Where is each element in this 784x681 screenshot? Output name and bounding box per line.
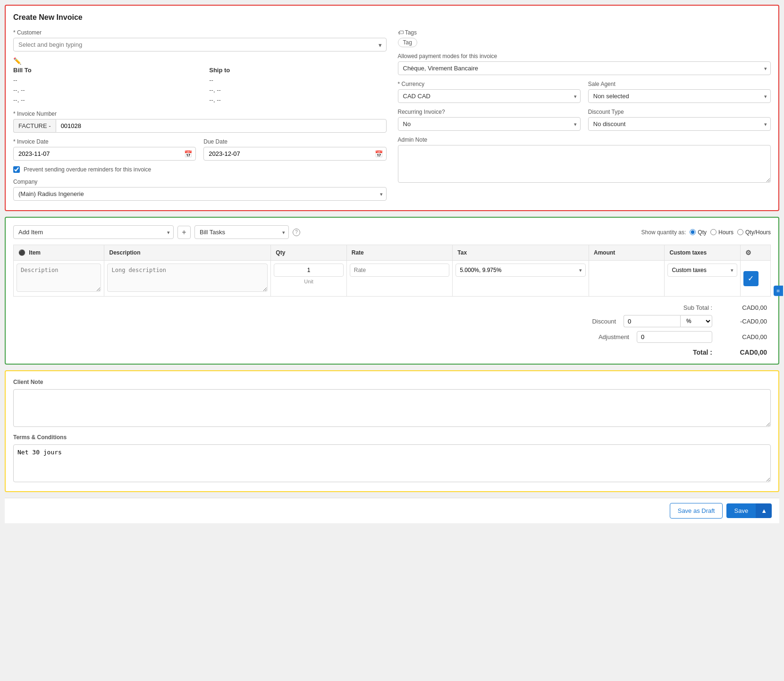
gear-icon[interactable]: ⚙ bbox=[745, 249, 751, 256]
unit-label: Unit bbox=[274, 279, 343, 284]
col-header-amount: Amount bbox=[589, 245, 665, 261]
bottom-bar: Save as Draft Save ▲ bbox=[5, 498, 779, 523]
tax-cell: 5.000%, 9.975% bbox=[453, 261, 589, 297]
company-select[interactable]: (Main) Radius Ingenerie bbox=[13, 187, 387, 201]
qty-label: Qty bbox=[698, 229, 707, 236]
adjustment-amount: CAD0,00 bbox=[720, 333, 767, 340]
row-action-cell: ✓ bbox=[740, 261, 770, 297]
invoice-date-label: * Invoice Date bbox=[13, 138, 196, 145]
recurring-invoice-label: Recurring Invoice? bbox=[398, 109, 581, 115]
admin-note-textarea[interactable] bbox=[398, 145, 771, 183]
amount-cell bbox=[589, 261, 665, 297]
discount-label: Discount bbox=[569, 318, 616, 325]
tags-label: 🏷 Tags bbox=[398, 29, 771, 36]
bill-to-label: Bill To bbox=[13, 67, 190, 74]
subtotal-value: CAD0,00 bbox=[720, 304, 767, 311]
company-label: Company bbox=[13, 179, 387, 185]
col-header-item: ⚫ Item bbox=[14, 245, 104, 261]
rate-input[interactable] bbox=[350, 264, 450, 277]
qty-input[interactable] bbox=[274, 264, 343, 277]
discount-input[interactable] bbox=[624, 315, 680, 327]
ship-to-line3: --, -- bbox=[209, 95, 386, 105]
hours-label: Hours bbox=[718, 229, 733, 236]
sale-agent-label: Sale Agent bbox=[588, 81, 771, 87]
col-header-tax: Tax bbox=[453, 245, 589, 261]
subtotal-label: Sub Total : bbox=[665, 304, 712, 311]
tag-pill[interactable]: Tag bbox=[398, 38, 417, 47]
show-qty-label: Show quantity as: bbox=[641, 229, 686, 236]
save-draft-button[interactable]: Save as Draft bbox=[670, 503, 723, 519]
hours-radio[interactable] bbox=[710, 229, 717, 235]
col-header-description: Description bbox=[104, 245, 271, 261]
item-description-input[interactable] bbox=[17, 264, 101, 292]
client-note-label: Client Note bbox=[13, 379, 771, 385]
bill-to-line2: --, -- bbox=[13, 85, 190, 95]
add-item-plus-button[interactable]: + bbox=[177, 226, 191, 239]
qty-hours-radio-option[interactable]: Qty/Hours bbox=[737, 229, 771, 236]
ship-to-line1: -- bbox=[209, 76, 386, 85]
col-header-qty: Qty bbox=[271, 245, 346, 261]
long-description-cell bbox=[104, 261, 271, 297]
edit-icon[interactable]: ✏️ bbox=[13, 57, 387, 65]
save-dropdown-button[interactable]: ▲ bbox=[756, 503, 772, 518]
payment-modes-select[interactable]: Chèque, Virement Bancaire bbox=[398, 61, 771, 75]
bill-tasks-info-icon[interactable]: ? bbox=[293, 229, 300, 236]
invoice-date-input[interactable] bbox=[13, 147, 196, 161]
adjustment-label: Adjustment bbox=[582, 333, 629, 340]
client-note-textarea[interactable] bbox=[13, 389, 771, 427]
recurring-invoice-select[interactable]: No bbox=[398, 117, 581, 131]
bill-tasks-select[interactable]: Bill Tasks bbox=[194, 225, 289, 239]
discount-type-select[interactable]: No discount bbox=[588, 117, 771, 131]
due-date-label: Due Date bbox=[203, 138, 386, 145]
ship-to-label: Ship to bbox=[209, 67, 386, 74]
total-value: CAD0,00 bbox=[720, 349, 767, 356]
discount-type-label: Discount Type bbox=[588, 109, 771, 115]
invoice-number-label: * Invoice Number bbox=[13, 111, 387, 117]
discount-pct-select[interactable]: % Fixed bbox=[680, 315, 712, 327]
adjustment-input[interactable] bbox=[637, 331, 712, 343]
custom-taxes-cell: Custom taxes bbox=[665, 261, 740, 297]
invoice-number-input[interactable] bbox=[56, 119, 387, 133]
long-description-input[interactable] bbox=[107, 264, 268, 292]
hours-radio-option[interactable]: Hours bbox=[710, 229, 733, 236]
customer-label: * Customer bbox=[13, 29, 387, 36]
qty-radio-option[interactable]: Qty bbox=[690, 229, 707, 236]
total-label: Total : bbox=[665, 349, 712, 356]
table-row: Unit 5.000%, 9.975% bbox=[14, 261, 771, 297]
qty-cell: Unit bbox=[271, 261, 346, 297]
currency-select[interactable]: CAD CAD bbox=[398, 89, 581, 103]
invoice-prefix: FACTURE - bbox=[13, 119, 56, 133]
side-panel-handle[interactable]: ≡ bbox=[774, 286, 783, 296]
bill-to-line1: -- bbox=[13, 76, 190, 85]
sale-agent-select[interactable]: Non selected bbox=[588, 89, 771, 103]
tax-select[interactable]: 5.000%, 9.975% bbox=[455, 264, 586, 277]
qty-hours-label: Qty/Hours bbox=[745, 229, 771, 236]
customer-input[interactable] bbox=[13, 38, 387, 51]
ship-to-line2: --, -- bbox=[209, 85, 386, 95]
admin-note-label: Admin Note bbox=[398, 136, 771, 143]
custom-taxes-select[interactable]: Custom taxes bbox=[667, 264, 737, 277]
col-header-custom-taxes: Custom taxes bbox=[665, 245, 740, 261]
save-button[interactable]: Save bbox=[726, 503, 756, 518]
item-cell bbox=[14, 261, 104, 297]
tag-icon: 🏷 bbox=[398, 29, 404, 36]
currency-label: * Currency bbox=[398, 81, 581, 87]
col-header-action: ⚙ bbox=[740, 245, 770, 261]
qty-radio[interactable] bbox=[690, 229, 696, 235]
items-table: ⚫ Item Description Qty Rate Tax Amount C… bbox=[13, 245, 771, 297]
terms-textarea[interactable]: Net 30 jours bbox=[13, 444, 771, 482]
page-title: Create New Invoice bbox=[13, 13, 771, 22]
payment-modes-label: Allowed payment modes for this invoice bbox=[398, 53, 771, 60]
discount-amount: -CAD0,00 bbox=[720, 318, 767, 325]
confirm-row-button[interactable]: ✓ bbox=[743, 271, 759, 286]
terms-label: Terms & Conditions bbox=[13, 434, 771, 441]
rate-cell bbox=[346, 261, 453, 297]
prevent-reminders-checkbox[interactable] bbox=[13, 166, 20, 173]
prevent-reminders-label: Prevent sending overdue reminders for th… bbox=[24, 166, 151, 173]
add-item-select[interactable]: Add Item bbox=[13, 225, 174, 239]
col-header-rate: Rate bbox=[346, 245, 453, 261]
due-date-input[interactable] bbox=[203, 147, 386, 161]
bill-to-line3: --, -- bbox=[13, 95, 190, 105]
qty-hours-radio[interactable] bbox=[737, 229, 743, 235]
